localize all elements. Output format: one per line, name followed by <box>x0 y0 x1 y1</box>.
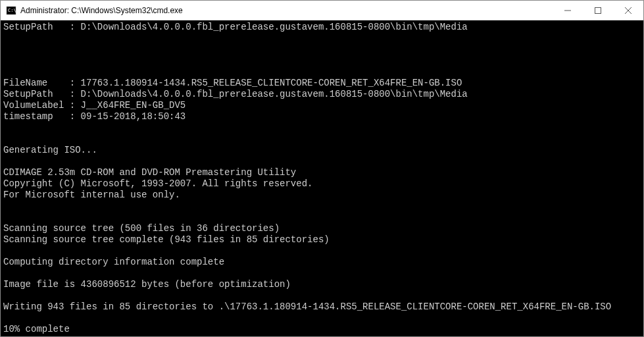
window-title: Administrator: C:\Windows\System32\cmd.e… <box>20 6 553 15</box>
terminal-output[interactable]: SetupPath : D:\Downloads\4.0.0.0.fbl_pre… <box>1 20 643 336</box>
maximize-button[interactable] <box>583 1 613 20</box>
svg-rect-3 <box>595 7 601 13</box>
cmd-icon: C:\ <box>6 5 16 16</box>
minimize-button[interactable] <box>553 1 583 20</box>
window-titlebar[interactable]: C:\ Administrator: C:\Windows\System32\c… <box>1 1 643 20</box>
window-controls <box>553 1 643 20</box>
close-button[interactable] <box>613 1 643 20</box>
svg-text:C:\: C:\ <box>8 8 16 13</box>
